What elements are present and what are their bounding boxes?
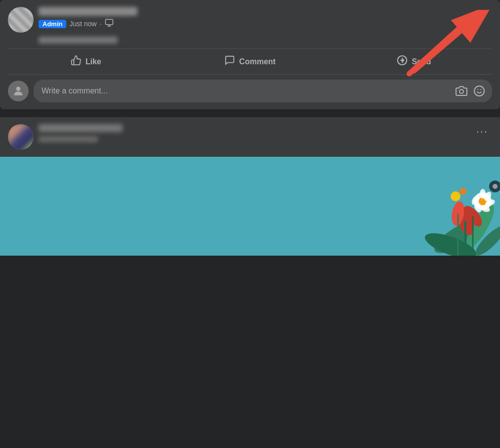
post2-more-options-button[interactable]: ··· bbox=[472, 124, 492, 139]
post-user-info: Admin Just now · bbox=[39, 7, 137, 29]
camera-button[interactable] bbox=[455, 84, 468, 98]
comment-button[interactable]: Comment bbox=[168, 51, 332, 72]
post2-username bbox=[39, 124, 123, 132]
post-subtitle bbox=[39, 37, 118, 44]
svg-point-3 bbox=[16, 87, 21, 91]
post-header-left: Admin Just now · bbox=[8, 7, 137, 33]
avatar2-image bbox=[8, 124, 34, 150]
post-card-1: Admin Just now · ··· bbox=[0, 0, 500, 109]
avatar2 bbox=[8, 124, 34, 150]
post-header: Admin Just now · ··· bbox=[0, 0, 500, 37]
more-options-button[interactable]: ··· bbox=[472, 7, 492, 22]
like-icon bbox=[71, 55, 82, 68]
post2-subtitle bbox=[39, 136, 98, 142]
comment-label: Comment bbox=[239, 57, 276, 66]
comment-placeholder: Write a comment... bbox=[42, 87, 451, 95]
svg-rect-0 bbox=[105, 19, 113, 25]
comment-input-area[interactable]: Write a comment... bbox=[34, 80, 492, 102]
svg-point-15 bbox=[451, 191, 460, 201]
send-button[interactable]: Send bbox=[332, 51, 496, 72]
floral-decoration bbox=[312, 157, 500, 256]
post-actions: Like Comment bbox=[0, 49, 500, 74]
post2-info bbox=[39, 124, 123, 142]
admin-badge: Admin bbox=[39, 20, 66, 28]
svg-point-4 bbox=[459, 90, 463, 93]
user-name bbox=[39, 7, 137, 16]
card-separator bbox=[0, 109, 500, 113]
avatar-image bbox=[8, 7, 34, 33]
emoji-icon bbox=[473, 85, 485, 97]
comment-area: Write a comment... bbox=[0, 75, 500, 109]
like-button[interactable]: Like bbox=[4, 51, 168, 72]
post-card-2: ··· bbox=[0, 117, 500, 256]
like-label: Like bbox=[85, 57, 101, 66]
post-meta: Admin Just now · bbox=[39, 18, 137, 29]
avatar bbox=[8, 7, 34, 33]
privacy-icon: · bbox=[100, 20, 102, 28]
post-sub-text bbox=[0, 37, 500, 48]
commenter-avatar bbox=[8, 81, 29, 101]
send-icon bbox=[397, 55, 408, 68]
comment-icon bbox=[224, 55, 235, 68]
svg-point-5 bbox=[474, 86, 484, 96]
post2-header: ··· bbox=[0, 117, 500, 150]
svg-point-26 bbox=[493, 184, 498, 189]
svg-point-16 bbox=[459, 188, 466, 195]
send-label: Send bbox=[412, 57, 431, 66]
user-silhouette-icon bbox=[12, 85, 25, 97]
post-time: Just now bbox=[69, 20, 96, 28]
emoji-button[interactable] bbox=[472, 84, 486, 98]
post2-left bbox=[8, 124, 123, 150]
camera-icon bbox=[456, 85, 467, 97]
post2-banner-image bbox=[0, 157, 500, 256]
privacy-symbol bbox=[105, 18, 114, 29]
